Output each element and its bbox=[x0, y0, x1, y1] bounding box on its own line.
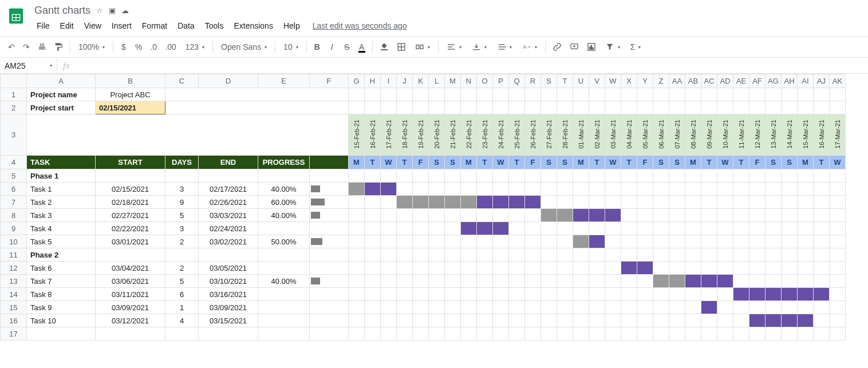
gantt-cell-13-24[interactable] bbox=[733, 275, 749, 288]
gantt-cell-15-23[interactable] bbox=[717, 301, 733, 314]
col-header-AG[interactable]: AG bbox=[766, 74, 782, 88]
gantt-cell-14-17[interactable] bbox=[621, 288, 637, 301]
date-header-11[interactable]: 26-Feb-21 bbox=[525, 114, 541, 156]
gantt-cell-7-1[interactable] bbox=[365, 196, 381, 209]
row-header-4[interactable]: 4 bbox=[1, 156, 27, 169]
dow-27[interactable]: S bbox=[782, 156, 798, 169]
col-header-L[interactable]: L bbox=[429, 74, 445, 88]
gantt-cell-7-30[interactable] bbox=[830, 196, 846, 209]
gantt-cell-6-8[interactable] bbox=[477, 183, 493, 196]
dow-13[interactable]: S bbox=[557, 156, 573, 169]
dow-2[interactable]: W bbox=[381, 156, 397, 169]
redo-button[interactable]: ↷ bbox=[19, 39, 33, 54]
gantt-cell-8-14[interactable] bbox=[573, 209, 589, 222]
bold-button[interactable]: B bbox=[310, 39, 324, 54]
row-header-13[interactable]: 13 bbox=[1, 275, 27, 288]
gantt-cell-13-18[interactable] bbox=[637, 275, 653, 288]
menu-view[interactable]: View bbox=[80, 19, 106, 33]
merge-cells-dropdown[interactable] bbox=[411, 39, 435, 54]
gantt-cell-10-16[interactable] bbox=[605, 235, 621, 248]
gantt-cell-13-14[interactable] bbox=[573, 275, 589, 288]
hdr-progress[interactable]: PROGRESS bbox=[258, 156, 310, 169]
dow-26[interactable]: S bbox=[766, 156, 782, 169]
gantt-cell-13-8[interactable] bbox=[477, 275, 493, 288]
gantt-cell-14-25[interactable] bbox=[749, 288, 766, 301]
gantt-cell-14-21[interactable] bbox=[685, 288, 701, 301]
gantt-cell-10-11[interactable] bbox=[525, 235, 541, 248]
gantt-cell-14-22[interactable] bbox=[701, 288, 717, 301]
gantt-cell-6-24[interactable] bbox=[733, 183, 749, 196]
gantt-cell-13-1[interactable] bbox=[365, 275, 381, 288]
col-header-B[interactable]: B bbox=[96, 74, 165, 88]
cell-task-9[interactable]: Task 4 bbox=[27, 222, 96, 235]
gantt-cell-16-6[interactable] bbox=[445, 314, 461, 327]
gantt-cell-13-22[interactable] bbox=[701, 275, 717, 288]
gantt-cell-13-5[interactable] bbox=[429, 275, 445, 288]
gantt-cell-6-23[interactable] bbox=[717, 183, 733, 196]
row-header-10[interactable]: 10 bbox=[1, 235, 27, 248]
gantt-cell-16-2[interactable] bbox=[381, 314, 397, 327]
row-header-3[interactable]: 3 bbox=[1, 114, 27, 156]
dow-23[interactable]: W bbox=[717, 156, 733, 169]
gantt-cell-8-5[interactable] bbox=[429, 209, 445, 222]
cloud-icon[interactable]: ☁ bbox=[121, 6, 129, 15]
gantt-cell-15-17[interactable] bbox=[621, 301, 637, 314]
gantt-cell-9-12[interactable] bbox=[541, 222, 557, 235]
row-header-17[interactable]: 17 bbox=[1, 327, 27, 341]
gantt-cell-14-19[interactable] bbox=[653, 288, 669, 301]
gantt-cell-13-30[interactable] bbox=[830, 275, 846, 288]
gantt-cell-12-11[interactable] bbox=[525, 262, 541, 275]
gantt-cell-15-28[interactable] bbox=[798, 301, 814, 314]
gantt-cell-8-1[interactable] bbox=[365, 209, 381, 222]
date-header-8[interactable]: 23-Feb-21 bbox=[477, 114, 493, 156]
col-header-S[interactable]: S bbox=[541, 74, 557, 88]
gantt-cell-12-13[interactable] bbox=[557, 262, 573, 275]
gantt-cell-10-2[interactable] bbox=[381, 235, 397, 248]
col-header-AH[interactable]: AH bbox=[782, 74, 798, 88]
gantt-cell-15-1[interactable] bbox=[365, 301, 381, 314]
dow-20[interactable]: S bbox=[669, 156, 685, 169]
col-header-Q[interactable]: Q bbox=[509, 74, 525, 88]
row-header-16[interactable]: 16 bbox=[1, 314, 27, 327]
dow-22[interactable]: T bbox=[701, 156, 717, 169]
gantt-cell-8-27[interactable] bbox=[782, 209, 798, 222]
gantt-cell-9-10[interactable] bbox=[509, 222, 525, 235]
gantt-cell-10-18[interactable] bbox=[637, 235, 653, 248]
gantt-cell-16-9[interactable] bbox=[493, 314, 509, 327]
gantt-cell-6-3[interactable] bbox=[397, 183, 413, 196]
cell-task-12[interactable]: Task 6 bbox=[27, 262, 96, 275]
col-header-M[interactable]: M bbox=[445, 74, 461, 88]
gantt-cell-7-21[interactable] bbox=[685, 196, 701, 209]
progress-bar-13[interactable] bbox=[310, 275, 349, 288]
gantt-cell-13-3[interactable] bbox=[397, 275, 413, 288]
date-header-13[interactable]: 28-Feb-21 bbox=[557, 114, 573, 156]
gantt-cell-8-13[interactable] bbox=[557, 209, 573, 222]
decrease-decimal-button[interactable]: .0 bbox=[147, 39, 160, 54]
dow-14[interactable]: M bbox=[573, 156, 589, 169]
gantt-cell-16-1[interactable] bbox=[365, 314, 381, 327]
menu-extensions[interactable]: Extensions bbox=[229, 19, 277, 33]
hdr-start[interactable]: START bbox=[96, 156, 165, 169]
dow-7[interactable]: M bbox=[461, 156, 477, 169]
gantt-cell-6-25[interactable] bbox=[749, 183, 766, 196]
gantt-cell-6-19[interactable] bbox=[653, 183, 669, 196]
gantt-cell-6-28[interactable] bbox=[798, 183, 814, 196]
gantt-cell-13-10[interactable] bbox=[509, 275, 525, 288]
progress-bar-7[interactable] bbox=[310, 196, 349, 209]
gantt-cell-9-18[interactable] bbox=[637, 222, 653, 235]
cell-A2[interactable]: Project start bbox=[27, 101, 96, 114]
gantt-cell-9-25[interactable] bbox=[749, 222, 766, 235]
gantt-cell-10-29[interactable] bbox=[814, 235, 830, 248]
borders-button[interactable] bbox=[393, 39, 409, 54]
gantt-cell-8-21[interactable] bbox=[685, 209, 701, 222]
dow-16[interactable]: W bbox=[605, 156, 621, 169]
gantt-cell-7-10[interactable] bbox=[509, 196, 525, 209]
gantt-cell-7-19[interactable] bbox=[653, 196, 669, 209]
gantt-cell-14-23[interactable] bbox=[717, 288, 733, 301]
gantt-cell-12-9[interactable] bbox=[493, 262, 509, 275]
gantt-cell-9-21[interactable] bbox=[685, 222, 701, 235]
row-header-15[interactable]: 15 bbox=[1, 301, 27, 314]
col-header-AF[interactable]: AF bbox=[749, 74, 766, 88]
gantt-cell-12-4[interactable] bbox=[413, 262, 429, 275]
gantt-cell-9-23[interactable] bbox=[717, 222, 733, 235]
